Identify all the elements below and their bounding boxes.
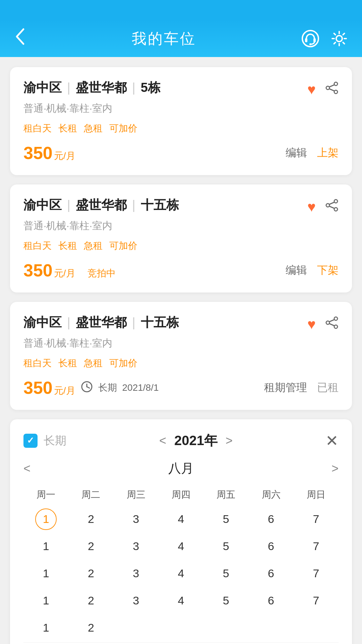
card-tags-1: 租白天 长租 急租 可加价 — [23, 122, 339, 135]
calendar-grid: 周一 周二 周三 周四 周五 周六 周日 1 2 3 4 5 6 7 1 2 — [23, 485, 339, 639]
heart-icon-2[interactable]: ♥ — [307, 199, 316, 215]
svg-point-12 — [334, 208, 338, 211]
cal-day-r4c6[interactable]: 6 — [248, 589, 293, 612]
building-1: 5栋 — [141, 79, 161, 96]
svg-point-5 — [334, 82, 338, 86]
location-1: 渝中区 — [23, 79, 62, 96]
cal-day-r5c6 — [248, 616, 293, 639]
next-month-button[interactable]: > — [331, 462, 339, 476]
prev-month-button[interactable]: < — [23, 462, 31, 476]
location-3: 渝中区 — [23, 314, 62, 331]
heart-icon-1[interactable]: ♥ — [307, 82, 316, 98]
price-unit-1: 元/月 — [54, 150, 75, 162]
weekday-headers: 周一 周二 周三 周四 周五 周六 周日 — [23, 485, 339, 504]
heart-icon-3[interactable]: ♥ — [307, 316, 316, 332]
cal-day-r4c1[interactable]: 1 — [23, 589, 68, 612]
community-1: 盛世华都 — [76, 79, 127, 96]
parking-card-2: 渝中区 | 盛世华都 | 十五栋 ♥ 普通·机械· — [10, 184, 352, 292]
card-actions-2: 编辑 下架 — [286, 263, 339, 278]
weekday-thu: 周四 — [159, 485, 203, 504]
weekday-wed: 周三 — [114, 485, 159, 504]
status-bar — [0, 0, 362, 20]
cal-day-r5c4 — [159, 616, 203, 639]
cal-day-r3c3[interactable]: 3 — [114, 562, 159, 585]
parking-card-1: 渝中区 | 盛世华都 | 5栋 ♥ 普通·机械·靠 — [10, 67, 352, 175]
cal-day-r1c5[interactable]: 5 — [203, 508, 248, 530]
svg-rect-1 — [305, 38, 307, 42]
price-1: 350 元/月 — [23, 143, 75, 163]
card-tags-2: 租白天 长租 急租 可加价 — [23, 239, 339, 252]
cal-day-r3c7[interactable]: 7 — [294, 562, 339, 585]
cal-day-r3c2[interactable]: 2 — [68, 562, 113, 585]
month-text: 八月 — [168, 460, 194, 477]
svg-point-4 — [336, 36, 342, 42]
tag-1-1: 长租 — [58, 122, 77, 135]
card-desc-3: 普通·机械·靠柱·室内 — [23, 336, 339, 350]
card-header-1: 渝中区 | 盛世华都 | 5栋 ♥ — [23, 79, 339, 98]
weekday-fri: 周五 — [203, 485, 248, 504]
price-num-1: 350 — [23, 143, 53, 163]
content: 渝中区 | 盛世华都 | 5栋 ♥ 普通·机械·靠 — [0, 57, 362, 644]
cal-day-r5c2[interactable]: 2 — [68, 616, 113, 639]
cal-day-r4c5[interactable]: 5 — [203, 589, 248, 612]
action-btn-1[interactable]: 上架 — [317, 146, 339, 160]
svg-line-18 — [329, 320, 334, 322]
cal-day-r3c1[interactable]: 1 — [23, 562, 68, 585]
tag-3-3: 可加价 — [109, 357, 137, 370]
share-icon-3[interactable] — [325, 316, 339, 332]
community-2: 盛世华都 — [76, 197, 127, 214]
edit-btn-1[interactable]: 编辑 — [286, 146, 307, 160]
cal-day-r1c7[interactable]: 7 — [294, 508, 339, 530]
prev-year-button[interactable]: < — [159, 434, 166, 448]
svg-line-8 — [329, 85, 334, 87]
svg-point-7 — [334, 90, 338, 94]
expiry-row: 选择到期时间 — [23, 642, 339, 644]
back-button[interactable] — [13, 26, 27, 51]
action-btn-2[interactable]: 下架 — [317, 263, 339, 278]
cal-day-r4c3[interactable]: 3 — [114, 589, 159, 612]
tag-2-2: 急租 — [84, 239, 103, 252]
share-icon-1[interactable] — [325, 81, 339, 98]
cal-day-r2c5[interactable]: 5 — [203, 535, 248, 557]
cal-day-r2c4[interactable]: 4 — [159, 535, 203, 557]
cal-day-r2c6[interactable]: 6 — [248, 535, 293, 557]
longterm-checkbox[interactable]: ✓ — [23, 434, 38, 448]
cal-day-r3c6[interactable]: 6 — [248, 562, 293, 585]
cal-day-r1c4[interactable]: 4 — [159, 508, 203, 530]
bid-badge-2: 竞拍中 — [87, 267, 116, 280]
cal-day-r3c4[interactable]: 4 — [159, 562, 203, 585]
settings-button[interactable] — [330, 29, 349, 48]
year-text: 2021年 — [174, 431, 218, 450]
tag-3-2: 急租 — [84, 357, 103, 370]
cal-day-r3c5[interactable]: 5 — [203, 562, 248, 585]
cal-day-r5c1[interactable]: 1 — [23, 616, 68, 639]
cal-day-r1c3[interactable]: 3 — [114, 508, 159, 530]
cal-day-r1c6[interactable]: 6 — [248, 508, 293, 530]
tag-3-0: 租白天 — [23, 357, 52, 370]
support-button[interactable] — [301, 29, 320, 48]
svg-line-14 — [329, 206, 334, 208]
calendar-close-button[interactable]: ✕ — [325, 432, 339, 450]
cal-day-r4c2[interactable]: 2 — [68, 589, 113, 612]
edit-btn-2[interactable]: 编辑 — [286, 263, 307, 278]
edit-btn-3[interactable]: 租期管理 — [264, 380, 307, 395]
cal-day-r2c3[interactable]: 3 — [114, 535, 159, 557]
svg-line-13 — [329, 202, 334, 204]
cal-day-r4c4[interactable]: 4 — [159, 589, 203, 612]
svg-point-16 — [326, 321, 329, 324]
cal-day-r2c7[interactable]: 7 — [294, 535, 339, 557]
tag-2-1: 长租 — [58, 239, 77, 252]
calendar-days: 1 2 3 4 5 6 7 1 2 3 4 5 6 7 1 2 3 4 5 — [23, 508, 339, 639]
card-header-2: 渝中区 | 盛世华都 | 十五栋 ♥ — [23, 197, 339, 215]
page-title: 我的车位 — [132, 29, 196, 49]
svg-point-6 — [326, 86, 329, 90]
cal-day-r2c2[interactable]: 2 — [68, 535, 113, 557]
card-actions-3: 租期管理 已租 — [264, 380, 339, 395]
cal-day-r1c2[interactable]: 2 — [68, 508, 113, 530]
next-year-button[interactable]: > — [226, 434, 233, 448]
longterm-row: ✓ 长期 — [23, 433, 66, 448]
cal-day-r2c1[interactable]: 1 — [23, 535, 68, 557]
cal-day-r1c1[interactable]: 1 — [35, 508, 57, 530]
cal-day-r4c7[interactable]: 7 — [294, 589, 339, 612]
share-icon-2[interactable] — [325, 199, 339, 215]
